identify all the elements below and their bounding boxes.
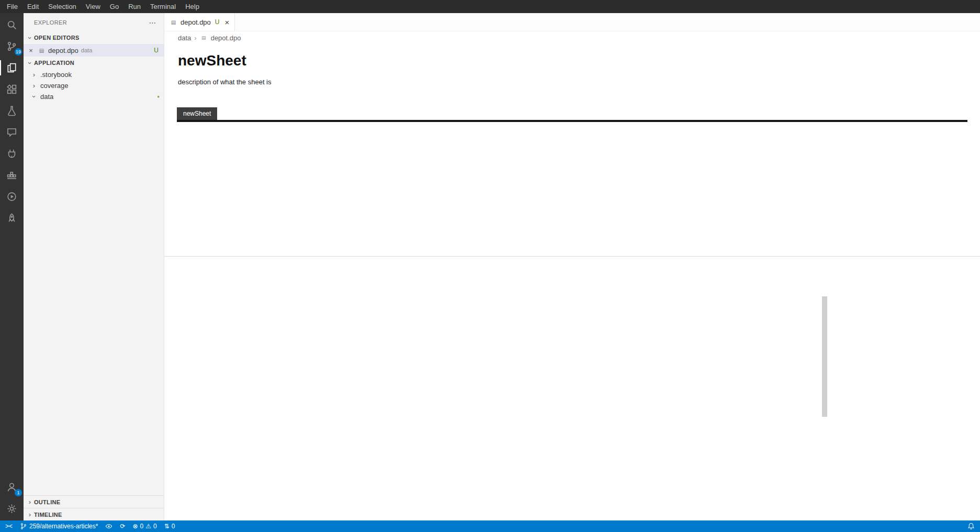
toggle-blame-icon[interactable]: [105, 523, 112, 530]
panel-body: [164, 275, 980, 520]
close-tab-icon[interactable]: ×: [225, 18, 230, 27]
terminal-scrollbar[interactable]: [822, 275, 827, 520]
menu-bar: FileEditSelectionViewGoRunTerminalHelp: [0, 0, 980, 13]
editor-column: ▤ depot.dpo U × data › ▤ depot.dpo newSh…: [164, 13, 980, 520]
activity-test-explorer[interactable]: [0, 207, 24, 229]
status-bar-right: [967, 520, 975, 532]
folder-storybook[interactable]: ›.storybook: [24, 69, 164, 80]
breadcrumb-separator-icon: ›: [194, 34, 196, 42]
chevron-right-icon: ›: [30, 71, 38, 79]
flask-icon: [6, 105, 17, 116]
ports-status[interactable]: ⇅ 0: [164, 523, 175, 530]
warnings-count: 0: [153, 523, 157, 530]
activity-bar: 19 1: [0, 13, 24, 520]
activity-testing[interactable]: [0, 100, 24, 121]
activity-run-and-debug[interactable]: [0, 186, 24, 207]
chevron-down-icon: ›: [26, 59, 34, 67]
breadcrumb: data › ▤ depot.dpo: [164, 31, 980, 44]
depot-editor: newSheet description of what the sheet i…: [164, 44, 980, 256]
badge: 19: [15, 48, 22, 56]
files-icon: [6, 62, 17, 73]
ports-icon: ⇅: [164, 523, 170, 530]
warnings-icon: ⚠: [145, 523, 151, 530]
menu-run[interactable]: Run: [123, 2, 145, 12]
open-editors-header[interactable]: › OPEN EDITORS: [24, 31, 164, 44]
file-label: coverage: [40, 82, 68, 90]
menu-file[interactable]: File: [2, 2, 22, 12]
chevron-down-icon: ›: [26, 34, 34, 42]
file-icon: ▤: [38, 48, 46, 53]
depot-table: [177, 120, 967, 122]
tab-depot-dpo[interactable]: ▤ depot.dpo U ×: [164, 13, 235, 31]
folder-data[interactable]: ›data●: [24, 91, 164, 102]
main-area: 19 1 EXPLORER ⋯ › OPEN EDITORS × ▤ depot…: [0, 13, 980, 520]
sidebar-more-actions-icon[interactable]: ⋯: [149, 18, 156, 27]
menu-selection[interactable]: Selection: [43, 2, 81, 12]
problems-status[interactable]: ⊗ 0 ⚠ 0: [132, 523, 156, 530]
activity-containers[interactable]: [0, 164, 24, 186]
sheet-tab-newsheet[interactable]: newSheet: [177, 107, 217, 120]
errors-count: 0: [140, 523, 144, 530]
bottom-panel: [164, 256, 980, 520]
file-label: data: [40, 93, 53, 101]
terminal-output[interactable]: [164, 275, 822, 520]
open-editor-name: depot.dpo: [48, 47, 78, 54]
activity-source-control[interactable]: 19: [0, 36, 24, 57]
extensions-icon: [6, 84, 17, 95]
file-label: .storybook: [40, 71, 72, 79]
panel-header: [164, 257, 980, 275]
chevron-right-icon: ›: [26, 498, 34, 506]
breadcrumb-file[interactable]: depot.dpo: [211, 34, 241, 42]
plug-icon: [6, 148, 17, 159]
terminal-list: [827, 275, 980, 520]
menu-edit[interactable]: Edit: [22, 2, 43, 12]
bell-icon: [967, 523, 975, 530]
chevron-right-icon: ›: [30, 82, 38, 90]
sheet-description[interactable]: description of what the sheet is: [178, 78, 980, 86]
docker-icon: [6, 170, 17, 181]
menu-go[interactable]: Go: [105, 2, 123, 12]
open-editor-item-depot-dpo[interactable]: × ▤ depot.dpo data U: [24, 44, 164, 57]
activity-explorer[interactable]: [0, 57, 24, 79]
chat-icon: [6, 127, 17, 138]
git-branch-status[interactable]: 259/alternatives-articles*: [20, 523, 98, 530]
close-editor-icon[interactable]: ×: [27, 47, 35, 54]
editor-tab-bar: ▤ depot.dpo U ×: [164, 13, 980, 31]
search-icon: [6, 19, 17, 30]
eye-icon: [105, 523, 112, 530]
remote-indicator[interactable]: ><: [5, 523, 13, 530]
scrollbar-thumb[interactable]: [822, 296, 827, 417]
modified-dot-icon: ●: [157, 94, 164, 99]
chevron-down-icon: ›: [30, 93, 38, 101]
folder-coverage[interactable]: ›coverage: [24, 80, 164, 91]
activity-remote-explorer[interactable]: [0, 143, 24, 164]
vscode-window: FileEditSelectionViewGoRunTerminalHelp 1…: [0, 0, 980, 532]
activity-bar-top: 19: [0, 14, 24, 229]
breadcrumb-folder[interactable]: data: [178, 34, 191, 42]
chevron-right-icon: ›: [26, 511, 34, 518]
sidebar-title: EXPLORER: [34, 19, 67, 26]
branch-icon: [20, 523, 27, 530]
ports-count: 0: [172, 523, 175, 530]
errors-icon: ⊗: [132, 523, 138, 530]
project-section-header[interactable]: › APPLICATION: [24, 57, 164, 69]
status-bar: >< 259/alternatives-articles* ⟳ ⊗ 0 ⚠ 0 …: [0, 520, 980, 532]
activity-extensions[interactable]: [0, 79, 24, 100]
sync-changes-button[interactable]: ⟳: [120, 523, 125, 530]
notifications-bell-icon[interactable]: [967, 523, 975, 530]
menu-view[interactable]: View: [81, 2, 105, 12]
activity-chat[interactable]: [0, 121, 24, 143]
file-icon: ▤: [170, 19, 177, 25]
timeline-section-header[interactable]: › TIMELINE: [24, 508, 164, 520]
outline-section-header[interactable]: › OUTLINE: [24, 495, 164, 508]
activity-search[interactable]: [0, 14, 24, 36]
menu-terminal[interactable]: Terminal: [145, 2, 181, 12]
activity-accounts[interactable]: 1: [0, 476, 24, 498]
menu-help[interactable]: Help: [181, 2, 204, 12]
git-status-badge: U: [154, 47, 164, 54]
activity-settings[interactable]: [0, 498, 24, 519]
tab-label: depot.dpo: [181, 18, 211, 26]
debug-icon: [6, 191, 17, 202]
rocket-icon: [6, 213, 17, 224]
activity-bar-bottom: 1: [0, 476, 24, 519]
